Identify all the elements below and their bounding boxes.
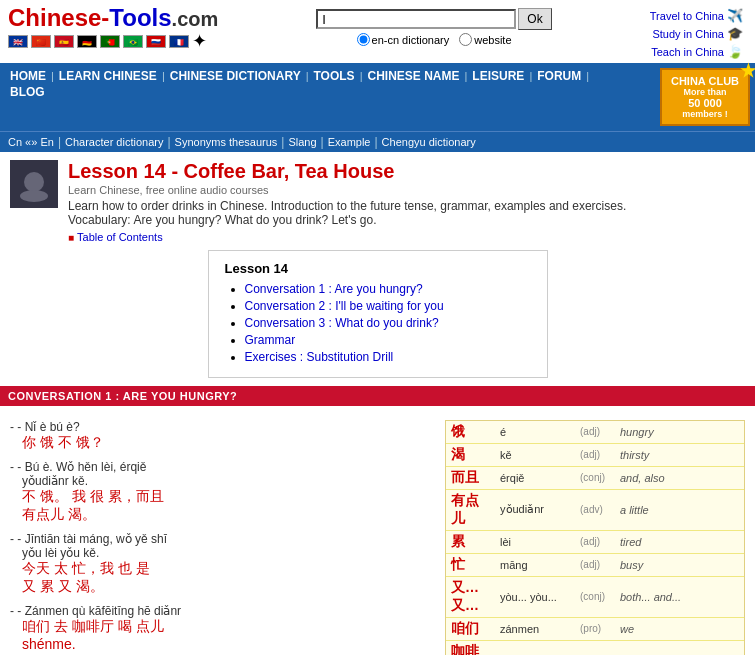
conv-chinese-2b: 有点儿 渴。 [22, 506, 435, 524]
vocab-pos-3: (adv) [576, 489, 616, 530]
top-bar: Chinese-Tools.com 🇬🇧 🇨🇳 🇪🇸 🇩🇪 🇵🇹 🇧🇷 🇷🇺 🇫… [0, 0, 755, 63]
vocab-pinyin-0: é [496, 421, 576, 444]
flag-es[interactable]: 🇪🇸 [54, 35, 74, 48]
vocab-box: 饿 é (adj) hungry 渴 kě (adj) thirsty 而且 é… [445, 420, 745, 656]
nav-blog[interactable]: Blog [6, 83, 49, 101]
nav-forum[interactable]: Forum [533, 67, 585, 85]
vocab-def-0: hungry [616, 421, 744, 444]
conv-chinese-3b: 又 累 又 渴。 [22, 578, 435, 596]
toc-item-3: Conversation 3 : What do you drink? [245, 316, 531, 330]
vocab-pinyin-2: érqiě [496, 466, 576, 489]
vocab-pinyin-5: māng [496, 553, 576, 576]
flag-br[interactable]: 🇧🇷 [123, 35, 143, 48]
flag-pt[interactable]: 🇵🇹 [100, 35, 120, 48]
vocab-char-6: 又…又… [446, 576, 496, 617]
china-club-box[interactable]: ★ China Club More than 50 000 members ! [660, 68, 750, 126]
subnav-synonyms[interactable]: Synonyms thesaurus [175, 136, 278, 148]
conv-line-4: - - Zánmen qù kāfēitīng hē diǎnr 咱们 去 咖啡… [10, 604, 435, 652]
vocab-row-3: 有点儿 yǒudiǎnr (adv) a little [446, 489, 744, 530]
teach-link[interactable]: Teach in China 🍃 [651, 44, 743, 59]
travel-link[interactable]: Travel to China ✈️ [650, 8, 743, 23]
conv-roman-2b: yǒudiǎnr kě. [22, 474, 435, 488]
nav-sep-3: | [306, 70, 309, 82]
conv-roman-2a: - - Bú è. Wǒ hěn lèi, érqiě [10, 460, 435, 474]
subnav-sep-2: | [167, 135, 170, 149]
conv-chinese-4a: 咱们 去 咖啡厅 喝 点儿 [22, 618, 435, 636]
lesson-vocab: Vocabulary: Are you hungry? What do you … [68, 213, 626, 227]
subnav-char-dict[interactable]: Character dictionary [65, 136, 163, 148]
study-link[interactable]: Study in China 🎓 [652, 26, 743, 41]
vocab-row-2: 而且 érqiě (conj) and, also [446, 466, 744, 489]
conv-roman-4: - - Zánmen qù kāfēitīng hē diǎnr [10, 604, 435, 618]
toc-box: Lesson 14 Conversation 1 : Are you hungr… [208, 250, 548, 378]
conv-chinese-2a: 不 饿。 我 很 累，而且 [22, 488, 435, 506]
flag-fr[interactable]: 🇫🇷 [169, 35, 189, 48]
radio-website[interactable]: website [459, 33, 511, 46]
vocab-row-8: 咖啡厅 kāfēitīng (n) coffee house [446, 640, 744, 655]
vocab-pos-8: (n) [576, 640, 616, 655]
flag-ru[interactable]: 🇷🇺 [146, 35, 166, 48]
vocab-row-0: 饿 é (adj) hungry [446, 421, 744, 444]
vocab-pinyin-1: kě [496, 443, 576, 466]
subnav-slang[interactable]: Slang [288, 136, 316, 148]
vocab-def-3: a little [616, 489, 744, 530]
flag-uk[interactable]: 🇬🇧 [8, 35, 28, 48]
vocab-pinyin-8: kāfēitīng [496, 640, 576, 655]
nav-chinese-dictionary[interactable]: Chinese dictionary [166, 67, 305, 85]
conv-left: - - Nǐ è bú è? 你 饿 不 饿？ - - Bú è. Wǒ hěn… [10, 420, 435, 656]
vocab-pinyin-7: zánmen [496, 617, 576, 640]
nav-sep-1: | [51, 70, 54, 82]
site-logo[interactable]: Chinese-Tools.com [8, 4, 218, 32]
flag-de[interactable]: 🇩🇪 [77, 35, 97, 48]
search-input[interactable] [316, 9, 516, 29]
vocab-row-1: 渴 kě (adj) thirsty [446, 443, 744, 466]
nav-leisure[interactable]: Leisure [468, 67, 528, 85]
radio-encn[interactable]: en-cn dictionary [357, 33, 450, 46]
lesson-header: Lesson 14 - Coffee Bar, Tea House Learn … [10, 160, 745, 244]
flag-cn[interactable]: 🇨🇳 [31, 35, 51, 48]
vocab-char-1: 渴 [446, 443, 496, 466]
top-right-links: Travel to China ✈️ Study in China 🎓 Teac… [650, 4, 743, 59]
search-row: Ok [316, 8, 551, 30]
china-club-line2: 50 000 [670, 97, 740, 109]
subnav-example[interactable]: Example [328, 136, 371, 148]
vocab-def-4: tired [616, 530, 744, 553]
subnav-sep-3: | [281, 135, 284, 149]
nav-chinese-name[interactable]: Chinese name [363, 67, 463, 85]
sub-nav: Cn «» En | Character dictionary | Synony… [0, 131, 755, 152]
subnav-sep-1: | [58, 135, 61, 149]
nav-sep-7: | [586, 70, 589, 82]
vocab-pos-2: (conj) [576, 466, 616, 489]
nav-tools[interactable]: Tools [310, 67, 359, 85]
toc-item-4: Grammar [245, 333, 531, 347]
search-button[interactable]: Ok [518, 8, 551, 30]
lesson-icon-svg [10, 160, 58, 208]
nav-sep-6: | [529, 70, 532, 82]
subnav-cn-en[interactable]: Cn «» En [8, 136, 54, 148]
lesson-title: Lesson 14 - Coffee Bar, Tea House [68, 160, 626, 183]
toc-link[interactable]: ■ Table of Contents [68, 231, 163, 243]
nav-learn-chinese[interactable]: Learn Chinese [55, 67, 161, 85]
toc-item-1: Conversation 1 : Are you hungry? [245, 282, 531, 296]
star-badge: ★ [740, 60, 755, 82]
conv-chinese-3a: 今天 太 忙，我 也 是 [22, 560, 435, 578]
toc-icon: ■ [68, 232, 74, 243]
subnav-chengyu[interactable]: Chengyu dictionary [382, 136, 476, 148]
vocab-def-7: we [616, 617, 744, 640]
flag-row: 🇬🇧 🇨🇳 🇪🇸 🇩🇪 🇵🇹 🇧🇷 🇷🇺 🇫🇷 ✦ [8, 35, 218, 48]
vocab-char-7: 咱们 [446, 617, 496, 640]
lesson-text-area: Lesson 14 - Coffee Bar, Tea House Learn … [68, 160, 626, 244]
flag-star[interactable]: ✦ [192, 35, 207, 48]
vocab-table: 饿 é (adj) hungry 渴 kě (adj) thirsty 而且 é… [446, 421, 744, 656]
china-club-line3: members ! [670, 109, 740, 119]
lesson-desc: Learn how to order drinks in Chinese. In… [68, 199, 626, 213]
nav-sep-2: | [162, 70, 165, 82]
lesson-icon [10, 160, 58, 208]
nav-row-2: Blog [6, 85, 649, 99]
vocab-row-6: 又…又… yòu... yòu... (conj) both... and... [446, 576, 744, 617]
nav-bar: Home | Learn Chinese | Chinese dictionar… [0, 63, 755, 131]
plane-icon: ✈️ [727, 8, 743, 23]
vocab-pinyin-4: lèi [496, 530, 576, 553]
vocab-def-8: coffee house [616, 640, 744, 655]
search-area: Ok en-cn dictionary website [316, 8, 551, 46]
